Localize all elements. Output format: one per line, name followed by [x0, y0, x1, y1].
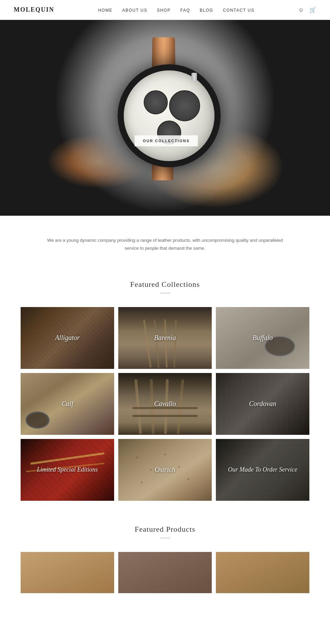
collection-limited-label: Limited Special Editions — [21, 439, 114, 501]
user-icon[interactable]: ☺ — [298, 7, 304, 13]
nav-logo[interactable]: MOLEQUIN — [14, 6, 54, 13]
collection-made-to-order[interactable]: Our Made To Order Service — [216, 439, 309, 501]
product-thumb-3[interactable] — [216, 552, 309, 593]
collection-alligator[interactable]: Alligator — [21, 307, 114, 369]
featured-products-section: Featured Products — [0, 518, 330, 610]
nav-contact[interactable]: CONTACT US — [223, 8, 254, 13]
nav-faq[interactable]: FAQ — [180, 8, 190, 13]
collection-buffalo[interactable]: Buffalo — [216, 307, 309, 369]
featured-collections-section: Featured Collections Alligator Barenia — [0, 273, 330, 518]
nav-home[interactable]: HOME — [98, 8, 112, 13]
watch-body — [118, 64, 221, 167]
cart-icon[interactable]: 🛒 — [309, 7, 316, 13]
collection-ostrich-label: Ostrich — [118, 439, 212, 501]
collection-made-to-order-label: Our Made To Order Service — [216, 439, 309, 501]
collection-cordovan[interactable]: Cordovan — [216, 373, 309, 435]
collection-barenia-label: Barenia — [118, 307, 212, 369]
collection-buffalo-label: Buffalo — [216, 307, 309, 369]
collection-calf-label: Calf — [21, 373, 114, 435]
collection-cordovan-label: Cordovan — [216, 373, 309, 435]
collection-cavallo-label: Cavallo — [118, 373, 212, 435]
products-divider — [160, 538, 170, 538]
nav-about[interactable]: ABOUT US — [122, 8, 147, 13]
sub-dial-right — [169, 90, 200, 121]
collections-grid: Alligator Barenia Buffalo — [21, 307, 309, 501]
collections-divider — [160, 293, 170, 293]
collection-limited[interactable]: Limited Special Editions — [21, 439, 114, 501]
collections-title: Featured Collections — [21, 280, 309, 289]
collection-calf[interactable]: Calf — [21, 373, 114, 435]
sub-dial-left — [144, 90, 168, 114]
collection-ostrich[interactable]: Ostrich — [118, 439, 212, 501]
watch-crown — [191, 73, 197, 81]
products-grid — [21, 552, 309, 593]
about-section: We are a young dynamic company providing… — [0, 216, 330, 273]
hero-collections-button[interactable]: OUR COLLECTIONS — [135, 135, 198, 146]
products-title: Featured Products — [21, 525, 309, 534]
collection-barenia[interactable]: Barenia — [118, 307, 212, 369]
hero-section: OUR COLLECTIONS — [0, 20, 330, 216]
nav-blog[interactable]: BLOG — [200, 8, 213, 13]
about-description: We are a young dynamic company providing… — [41, 236, 289, 252]
nav-shop[interactable]: SHOP — [157, 8, 171, 13]
collection-alligator-label: Alligator — [21, 307, 114, 369]
nav-icon-group: ☺ 🛒 — [298, 7, 316, 13]
collection-cavallo[interactable]: Cavallo — [118, 373, 212, 435]
product-thumb-2[interactable] — [118, 552, 212, 593]
nav-links: HOME ABOUT US SHOP FAQ BLOG CONTACT US — [98, 7, 254, 13]
product-thumb-1[interactable] — [21, 552, 114, 593]
navbar: MOLEQUIN HOME ABOUT US SHOP FAQ BLOG CON… — [0, 0, 330, 20]
